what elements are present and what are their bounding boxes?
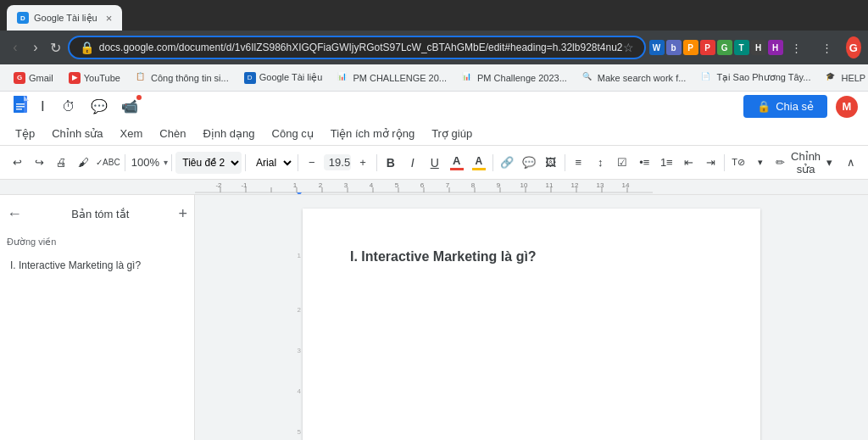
history-btn[interactable]: ⏱: [55, 93, 82, 120]
link-btn[interactable]: 🔗: [497, 151, 517, 175]
ext-d-icon[interactable]: H: [751, 40, 766, 55]
checklist-btn[interactable]: ☑: [612, 151, 632, 175]
italic-btn[interactable]: I: [403, 151, 423, 175]
ext-g-icon[interactable]: G: [717, 40, 732, 55]
highlight-color-bar: [472, 168, 486, 170]
print-btn[interactable]: 🖨: [51, 151, 71, 175]
sidebar-back-btn[interactable]: ←: [7, 205, 22, 223]
sep5: [376, 154, 377, 171]
tab-favicon: D: [17, 12, 29, 24]
menu-insert[interactable]: Chèn: [151, 124, 194, 143]
ext-p-icon[interactable]: H: [768, 40, 783, 55]
font-size-decrease-btn[interactable]: −: [302, 151, 322, 175]
menu-extensions[interactable]: Tiện ích mở rộng: [322, 124, 423, 143]
bookmark-cong-thong-tin[interactable]: 📋 Công thông tin si...: [129, 69, 236, 87]
app-header: I ⏱ 💬 📹 🔒 Chia sẻ: [0, 92, 868, 146]
number-list-btn[interactable]: 1≡: [656, 151, 676, 175]
pm-favicon: 📊: [337, 72, 349, 84]
align-btn[interactable]: ≡: [568, 151, 588, 175]
row-3: 3: [291, 344, 303, 358]
bookmark-youtube[interactable]: ▶ YouTube: [62, 69, 127, 87]
font-select[interactable]: Arial: [249, 152, 294, 174]
paint-format-btn[interactable]: 🖌: [73, 151, 93, 175]
sidebar-header: ← Bản tóm tắt +: [7, 202, 187, 226]
line-spacing-btn[interactable]: ↕: [590, 151, 610, 175]
underline-btn[interactable]: U: [425, 151, 445, 175]
bookmark-label: Tại Sao Phương Tây...: [716, 72, 810, 83]
bookmark-pm-challenge2[interactable]: 📊 PM Challenge 2023...: [455, 69, 574, 87]
collapse-toolbar-btn[interactable]: ∧: [841, 151, 861, 175]
font-size-increase-btn[interactable]: +: [353, 151, 373, 175]
spell-check-btn[interactable]: ✓ABC: [95, 151, 121, 175]
redo-btn[interactable]: ↪: [29, 151, 49, 175]
svg-text:14: 14: [622, 181, 630, 189]
svg-marker-40: [297, 192, 302, 194]
clear-format-btn[interactable]: T⊘: [728, 151, 748, 175]
menu-file[interactable]: Tệp: [7, 124, 43, 143]
share-button[interactable]: 🔒 Chia sẻ: [743, 95, 827, 118]
right-panel: ❯: [856, 195, 868, 440]
document-page[interactable]: I. Interactive Marketing là gì?: [303, 209, 760, 440]
bookmark-tai-sao[interactable]: 📄 Tại Sao Phương Tây...: [694, 69, 817, 87]
forward-button[interactable]: ›: [27, 36, 44, 59]
indent-increase-btn[interactable]: ⇥: [700, 151, 721, 175]
text-color-bar: [450, 168, 464, 170]
menu-tools[interactable]: Công cụ: [264, 124, 322, 143]
bookmark-star-icon[interactable]: ☆: [623, 41, 634, 54]
undo-btn[interactable]: ↩: [7, 151, 27, 175]
sidebar-toc-item-0[interactable]: I. Interactive Marketing là gì?: [7, 258, 187, 273]
tab-close-btn[interactable]: ×: [106, 12, 113, 25]
bookmark-gmail[interactable]: G Gmail: [7, 69, 60, 87]
svg-text:3: 3: [344, 181, 348, 189]
google-docs-app: I ⏱ 💬 📹 🔒 Chia sẻ: [0, 92, 868, 440]
address-box[interactable]: 🔒 docs.google.com/document/d/1v6IlZS986h…: [68, 36, 646, 59]
comments-btn[interactable]: 💬: [86, 93, 113, 120]
browser-profile-btn[interactable]: G: [846, 36, 861, 58]
bold-btn[interactable]: B: [381, 151, 401, 175]
svg-text:11: 11: [546, 181, 554, 189]
menu-format[interactable]: Định dạng: [194, 124, 263, 143]
bookmark-pm-challenge[interactable]: 📊 PM CHALLENGE 20...: [331, 69, 453, 87]
edit-mode-btn[interactable]: ✏ Chỉnh sửa ▾: [772, 151, 836, 175]
ext-t-icon[interactable]: T: [734, 40, 749, 55]
header-actions: 🔒 Chia sẻ M: [743, 95, 858, 118]
main-area: ← Bản tóm tắt + Đường viền I. Interactiv…: [0, 195, 868, 440]
font-size-display: 19.5: [324, 154, 351, 170]
menu-help[interactable]: Trợ giúp: [423, 124, 481, 143]
highlight-a-label: A: [475, 155, 482, 167]
ext-b-icon[interactable]: b: [666, 40, 682, 55]
ext-w-icon[interactable]: W: [649, 40, 665, 55]
sep6: [492, 154, 493, 171]
pm2-favicon: 📊: [462, 72, 474, 84]
style-select[interactable]: Tiêu đề 2: [175, 152, 242, 174]
svg-text:6: 6: [420, 181, 425, 189]
ext-o-icon[interactable]: P: [683, 40, 698, 55]
indent-decrease-btn[interactable]: ⇤: [678, 151, 698, 175]
reload-button[interactable]: ↻: [47, 36, 64, 59]
more-format-btn[interactable]: ▾: [750, 151, 771, 175]
comment-inline-btn[interactable]: 💬: [519, 151, 539, 175]
active-tab[interactable]: D Google Tài liệu ×: [7, 5, 122, 31]
highlight-btn[interactable]: A: [469, 151, 489, 175]
menu-edit[interactable]: Chỉnh sửa: [43, 124, 111, 143]
svg-text:12: 12: [571, 181, 579, 189]
bookmark-label: Google Tài liệu: [259, 72, 323, 83]
ruler-inner: -2 -1 1 2 3 4 5 6 7 8: [195, 181, 653, 194]
text-color-btn[interactable]: A: [447, 151, 467, 175]
browser-menu-btn[interactable]: ⋮: [815, 36, 839, 59]
sidebar: ← Bản tóm tắt + Đường viền I. Interactiv…: [0, 195, 195, 440]
zoom-dropdown-icon[interactable]: ▾: [164, 158, 168, 167]
back-button[interactable]: ‹: [7, 36, 24, 59]
sidebar-add-btn[interactable]: +: [178, 205, 187, 223]
menu-view[interactable]: Xem: [112, 124, 152, 143]
ext-r-icon[interactable]: P: [700, 40, 715, 55]
app-profile-btn[interactable]: M: [836, 96, 858, 118]
bookmark-help-elearning[interactable]: 🎓 HELP e-Learning: [819, 69, 868, 87]
bookmark-google-docs[interactable]: D Google Tài liệu: [237, 69, 330, 87]
bookmark-make-search[interactable]: 🔍 Make search work f...: [576, 69, 693, 87]
sidebar-toc-label: Đường viền: [7, 233, 187, 251]
bullet-list-btn[interactable]: •≡: [634, 151, 654, 175]
more-extensions-btn[interactable]: ⋮: [785, 36, 809, 59]
image-btn[interactable]: 🖼: [541, 151, 561, 175]
video-btn[interactable]: 📹: [116, 93, 143, 120]
